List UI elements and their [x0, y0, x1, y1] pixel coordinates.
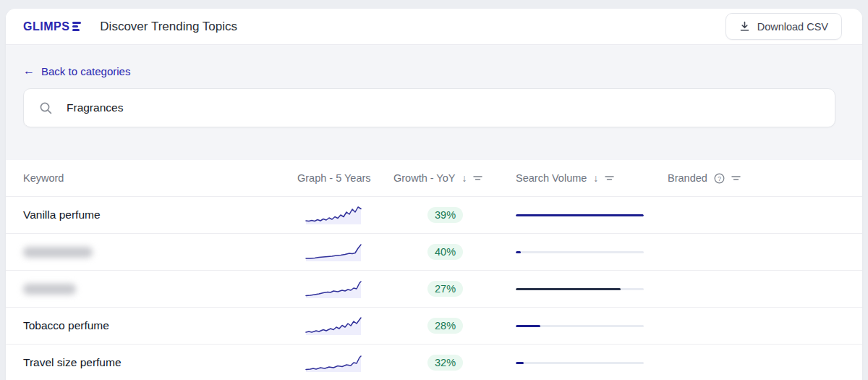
- keyword-label: Vanilla perfume: [23, 208, 101, 221]
- column-label: Keyword: [23, 172, 64, 184]
- sparkline-chart: [305, 240, 362, 261]
- column-header-growth: Growth - YoY ↓: [388, 172, 510, 184]
- sparkline-chart: [305, 276, 362, 298]
- top-navbar: GLIMPS Discover Trending Topics Download…: [6, 9, 862, 45]
- logo-text: GLIMPS: [23, 20, 69, 33]
- growth-cell: 39%: [388, 207, 510, 223]
- table-row[interactable]: Travel size perfume 32%: [6, 344, 862, 380]
- volume-bar-track: [516, 362, 644, 364]
- volume-cell: [510, 325, 662, 327]
- app-window: GLIMPS Discover Trending Topics Download…: [6, 9, 862, 380]
- volume-cell: [510, 251, 662, 253]
- keyword-cell: Vanilla perfume: [23, 208, 292, 221]
- growth-badge: 40%: [427, 244, 463, 260]
- search-box[interactable]: [23, 88, 835, 127]
- growth-cell: 40%: [388, 244, 510, 260]
- table-row[interactable]: Vanilla perfume 39%: [6, 196, 862, 233]
- column-header-branded: Branded ?: [662, 172, 842, 184]
- volume-bar-fill: [516, 362, 524, 364]
- back-link-label: Back to categories: [41, 65, 130, 77]
- redacted-keyword: [23, 284, 76, 295]
- growth-badge: 27%: [427, 281, 463, 297]
- redacted-keyword: [23, 247, 93, 258]
- keyword-label: Tobacco perfume: [23, 319, 109, 332]
- table-row[interactable]: 40%: [6, 233, 862, 270]
- growth-cell: 27%: [388, 281, 510, 297]
- sparkline-chart: [305, 313, 362, 335]
- growth-cell: 28%: [388, 318, 510, 334]
- volume-bar-track: [516, 251, 644, 253]
- filter-icon[interactable]: [473, 174, 482, 182]
- column-label: Graph - 5 Years: [297, 172, 371, 184]
- back-to-categories-link[interactable]: ← Back to categories: [23, 65, 130, 77]
- search-input[interactable]: [65, 101, 820, 115]
- volume-bar-fill: [516, 288, 621, 290]
- graph-cell: [292, 203, 388, 227]
- table-row[interactable]: 27%: [6, 270, 862, 307]
- column-header-graph: Graph - 5 Years: [292, 172, 388, 184]
- volume-cell: [510, 214, 662, 216]
- keyword-cell: [23, 284, 292, 295]
- column-header-keyword: Keyword: [23, 172, 292, 184]
- graph-cell: [292, 313, 388, 338]
- download-icon: [739, 21, 750, 32]
- volume-bar-fill: [516, 325, 540, 327]
- graph-cell: [292, 240, 388, 264]
- graph-cell: [292, 276, 388, 301]
- search-icon: [39, 101, 53, 115]
- help-icon[interactable]: ?: [714, 173, 725, 184]
- volume-bar-fill: [516, 251, 521, 253]
- table-row[interactable]: Tobacco perfume 28%: [6, 307, 862, 344]
- table-body: Vanilla perfume 39%: [6, 196, 862, 380]
- glimpse-logo[interactable]: GLIMPS: [23, 20, 81, 33]
- volume-cell: [510, 288, 662, 290]
- back-arrow-icon: ←: [23, 65, 35, 77]
- volume-cell: [510, 362, 662, 364]
- sort-desc-icon[interactable]: ↓: [593, 172, 598, 184]
- sort-desc-icon[interactable]: ↓: [461, 172, 467, 184]
- growth-badge: 32%: [427, 355, 463, 371]
- keyword-cell: [23, 247, 292, 258]
- volume-bar-fill: [516, 214, 644, 216]
- growth-badge: 28%: [427, 318, 463, 334]
- table-header-row: Keyword Graph - 5 Years Growth - YoY ↓ S…: [6, 160, 862, 196]
- volume-bar-track: [516, 214, 644, 216]
- sparkline-chart: [305, 203, 362, 224]
- growth-cell: 32%: [388, 355, 510, 371]
- download-label: Download CSV: [757, 21, 828, 33]
- sparkline-chart: [305, 350, 362, 372]
- toolbar-section: ← Back to categories: [6, 45, 862, 160]
- column-header-search-volume: Search Volume ↓: [510, 172, 662, 184]
- keyword-label: Travel size perfume: [23, 356, 122, 368]
- download-csv-button[interactable]: Download CSV: [726, 13, 842, 40]
- column-label: Branded: [668, 172, 707, 184]
- growth-badge: 39%: [427, 207, 463, 223]
- volume-bar-track: [516, 288, 644, 290]
- graph-cell: [292, 350, 388, 375]
- filter-icon[interactable]: [731, 174, 741, 182]
- column-label: Growth - YoY: [393, 172, 455, 184]
- svg-text:?: ?: [718, 174, 721, 182]
- filter-icon[interactable]: [605, 174, 614, 182]
- keyword-cell: Travel size perfume: [23, 356, 292, 369]
- topics-table: Keyword Graph - 5 Years Growth - YoY ↓ S…: [6, 160, 862, 380]
- logo-e-icon: [72, 22, 81, 31]
- volume-bar-track: [516, 325, 644, 327]
- column-label: Search Volume: [516, 172, 587, 184]
- keyword-cell: Tobacco perfume: [23, 319, 292, 332]
- page-title: Discover Trending Topics: [100, 20, 237, 34]
